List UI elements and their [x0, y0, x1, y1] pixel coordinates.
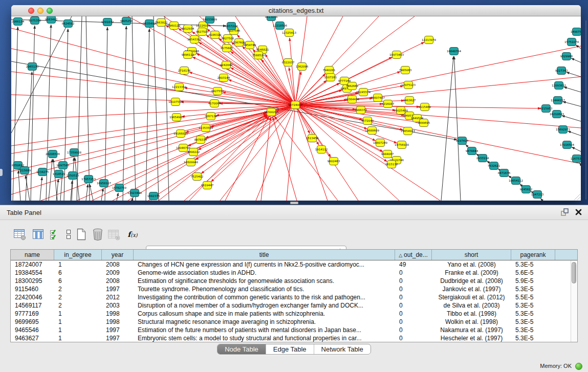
table-cell[interactable]: 9699695	[11, 318, 54, 326]
column-header-pagerank[interactable]: pagerank	[511, 250, 555, 260]
graph-edge[interactable]	[295, 80, 326, 105]
table-row[interactable]: 1872400712008Changes of HCN gene express…	[11, 260, 571, 269]
graph-edge[interactable]	[101, 188, 103, 201]
graph-edge[interactable]	[211, 105, 295, 182]
graph-edge[interactable]	[11, 19, 226, 26]
graph-edge[interactable]	[123, 26, 126, 201]
graph-edge[interactable]	[295, 105, 403, 130]
graph-edge[interactable]	[568, 131, 581, 136]
graph-edge[interactable]	[571, 58, 581, 62]
table-cell[interactable]: 14569117	[11, 301, 54, 310]
table-cell[interactable]: 9465546	[11, 326, 54, 334]
table-cell[interactable]: 2008	[102, 277, 134, 285]
graph-edge[interactable]	[261, 117, 271, 201]
graph-edge[interactable]	[86, 184, 88, 201]
zoom-traffic-light[interactable]	[47, 8, 53, 14]
graph-edge[interactable]	[154, 16, 159, 201]
table-cell[interactable]: Tibbo et al. (1998)	[432, 310, 511, 318]
table-cell[interactable]: Changes of HCN gene expression and I(f) …	[134, 260, 395, 269]
table-cell[interactable]: 0	[395, 326, 432, 334]
table-row[interactable]: 946554611997Estimation of the future num…	[11, 326, 571, 334]
table-cell[interactable]: 5.5E-5	[511, 293, 555, 301]
column-header-title[interactable]: title	[134, 250, 395, 260]
table-cell[interactable]: Yano et al. (2008)	[432, 260, 511, 269]
table-row[interactable]: 1938455462009Genome-wide association stu…	[11, 269, 571, 277]
table-cell[interactable]: 1997	[102, 326, 134, 334]
graph-edge[interactable]	[287, 105, 295, 201]
table-cell[interactable]: Estimation of significance thresholds fo…	[134, 277, 395, 285]
table-row[interactable]: 911546021997Tourette syndrome. Phenomeno…	[11, 285, 571, 293]
graph-edge[interactable]	[540, 199, 542, 201]
graph-edge[interactable]	[90, 184, 93, 201]
graph-edge[interactable]	[18, 170, 20, 201]
table-cell[interactable]: Nakamura et al. (1997)	[432, 326, 511, 334]
graph-edge[interactable]	[31, 26, 35, 201]
table-row[interactable]: 969969511998Structural magnetic resonanc…	[11, 318, 571, 326]
table-cell[interactable]: Embryonic stem cells: a model to study s…	[134, 334, 395, 342]
table-cell[interactable]: 0	[395, 318, 432, 326]
table-cell[interactable]: 2	[54, 293, 102, 301]
table-row[interactable]: 946362711997Embryonic stem cells: a mode…	[11, 334, 571, 342]
table-cell[interactable]: Disruption of a novel member of a sodium…	[134, 301, 395, 310]
table-cell[interactable]: 6	[54, 277, 102, 285]
table-cell[interactable]: 0	[395, 277, 432, 285]
graph-edge[interactable]	[564, 87, 581, 92]
table-cell[interactable]: 2012	[102, 293, 134, 301]
table-cell[interactable]: Corpus callosum shape and size in male p…	[134, 310, 395, 318]
table-cell[interactable]: 1	[54, 310, 102, 318]
graph-edge[interactable]	[11, 105, 295, 146]
graph-edge[interactable]	[567, 72, 581, 77]
graph-edge[interactable]	[11, 28, 295, 105]
graph-edge[interactable]	[192, 57, 295, 105]
graph-edge[interactable]	[40, 177, 42, 201]
network-window-titlebar[interactable]: citations_edges.txt	[11, 5, 581, 16]
graph-edge[interactable]	[11, 16, 72, 133]
scrollbar-thumb[interactable]	[572, 262, 576, 283]
tab-node-table[interactable]: Node Table	[217, 344, 266, 354]
graph-edge[interactable]	[117, 193, 118, 201]
function-builder-icon[interactable]: f(x)	[125, 226, 140, 243]
table-cell[interactable]: 18724007	[11, 260, 54, 269]
table-cell[interactable]: 1	[54, 326, 102, 334]
panel-collapse-handle[interactable]	[0, 169, 3, 176]
table-cell[interactable]: Estimation of the future numbers of pati…	[134, 326, 395, 334]
table-cell[interactable]: Hescheler et al. (1997)	[432, 334, 511, 342]
table-cell[interactable]: Wolkin et al. (1998)	[432, 318, 511, 326]
network-canvas[interactable]: 1872400712213359181075541965490319166825…	[11, 16, 581, 201]
float-panel-icon[interactable]	[560, 208, 569, 218]
table-cell[interactable]: 5.3E-5	[511, 334, 555, 342]
table-cell[interactable]: Tourette syndrome. Phenomenology and cla…	[134, 285, 395, 293]
select-all-icon[interactable]	[47, 226, 62, 243]
column-header-in_degree[interactable]: in_degree	[54, 250, 102, 260]
table-cell[interactable]: 2	[54, 285, 102, 293]
split-divider-handle[interactable]	[290, 202, 298, 204]
table-cell[interactable]: 9777169	[11, 310, 54, 318]
table-vertical-scrollbar[interactable]	[571, 260, 577, 342]
table-cell[interactable]: 0	[395, 285, 432, 293]
table-cell[interactable]: 0	[395, 310, 432, 318]
table-cell[interactable]: 5.6E-5	[511, 269, 555, 277]
graph-edge[interactable]	[11, 105, 295, 120]
table-row[interactable]: 1456911722003Disruption of a novel membe…	[11, 301, 571, 310]
graph-edge[interactable]	[132, 16, 136, 201]
graph-edge[interactable]	[562, 116, 581, 121]
table-cell[interactable]: 2	[54, 301, 102, 310]
table-cell[interactable]: 1	[54, 334, 102, 342]
table-row[interactable]: 2242004622012Investigating the contribut…	[11, 293, 571, 301]
table-mode-icon[interactable]	[12, 226, 28, 243]
delete-columns-icon[interactable]	[90, 226, 105, 243]
minimize-traffic-light[interactable]	[37, 8, 43, 14]
show-columns-icon[interactable]	[31, 226, 46, 243]
table-cell[interactable]: Dudbridge et al. (2008)	[432, 277, 511, 285]
graph-edge[interactable]	[105, 27, 107, 201]
table-cell[interactable]: de Silva et al. (2003)	[432, 301, 511, 310]
graph-edge[interactable]	[49, 159, 52, 201]
table-cell[interactable]: 5.3E-5	[511, 318, 555, 326]
graph-edge[interactable]	[441, 56, 453, 201]
table-cell[interactable]: Structural magnetic resonance image aver…	[134, 318, 395, 326]
column-header-name[interactable]: name	[11, 250, 54, 260]
table-cell[interactable]: 9463627	[11, 334, 54, 342]
graph-edge[interactable]	[56, 179, 58, 201]
new-column-icon[interactable]	[74, 226, 89, 243]
graph-edge[interactable]	[274, 116, 338, 201]
